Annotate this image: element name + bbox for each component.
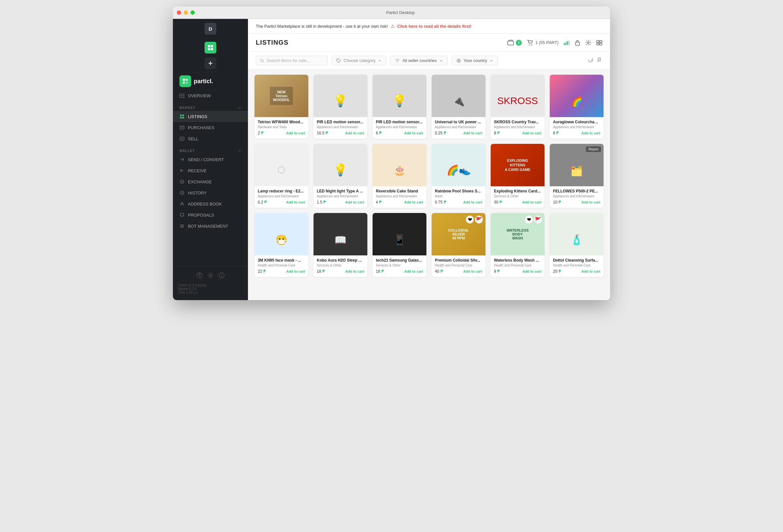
- window-title: Particl Desktop: [195, 10, 606, 15]
- product-card-13[interactable]: 😷 3M KN95 face mask - ... Health and Per…: [254, 213, 308, 277]
- product-card-1[interactable]: NEWTetrionWOODFIL Tetrion WFW400 Wood...…: [254, 75, 308, 138]
- add-to-cart-button[interactable]: Add to cart: [345, 200, 364, 204]
- sidebar-item-bot-management[interactable]: BOT MANAGEMENT: [173, 220, 248, 231]
- svg-point-23: [529, 44, 530, 45]
- info-icon-button[interactable]: [219, 272, 224, 280]
- grid-icon[interactable]: [596, 40, 602, 45]
- product-grid: NEWTetrionWOODFIL Tetrion WFW400 Wood...…: [248, 69, 610, 300]
- maximize-button[interactable]: [191, 10, 195, 15]
- product-category: Appliances and Kitchenware: [376, 194, 423, 198]
- search-icon: [260, 58, 264, 63]
- add-to-cart-button[interactable]: Add to cart: [463, 200, 482, 204]
- filters-bar: Choose category All seller countries You…: [248, 52, 610, 69]
- sidebar-item-receive[interactable]: RECEIVE: [173, 165, 248, 176]
- gear-icon[interactable]: [585, 40, 591, 46]
- sidebar-item-sell[interactable]: SELL: [173, 133, 248, 144]
- add-to-cart-button[interactable]: Add to cart: [404, 200, 423, 204]
- stack-action[interactable]: 1: [507, 40, 522, 46]
- sidebar-item-overview[interactable]: LISTINGS OVERVIEW: [173, 90, 248, 101]
- listings-label: LISTINGS: [188, 114, 207, 119]
- logo-text: particl.: [194, 78, 213, 85]
- add-to-cart-button[interactable]: Add to cart: [345, 131, 364, 135]
- your-country-filter[interactable]: Your country: [451, 56, 498, 65]
- category-filter[interactable]: Choose category: [332, 56, 386, 65]
- product-card-12[interactable]: 🗂️ Report FELLOWES P500-2 PE... Applianc…: [550, 144, 603, 208]
- product-card-15[interactable]: 📱 tech21 Samsung Galax... Services & Oth…: [373, 213, 427, 277]
- product-info: PIR LED motion sensor... Appliances and …: [314, 117, 367, 138]
- market-icon-button[interactable]: [205, 42, 216, 54]
- wishlist-heart-button[interactable]: ❤: [466, 216, 474, 223]
- svg-rect-10: [180, 117, 182, 118]
- add-to-cart-button[interactable]: Add to cart: [463, 270, 482, 273]
- sidebar-item-history[interactable]: HISTORY: [173, 187, 248, 198]
- product-category: Adult: [435, 194, 482, 198]
- product-card-18[interactable]: 🧴 Dettol Cleansing Surfa... Health and P…: [550, 213, 603, 277]
- product-card-8[interactable]: 💡 LED Night light Type A ... Appliances …: [314, 144, 367, 208]
- add-to-cart-button[interactable]: Add to cart: [286, 270, 305, 273]
- product-card-6[interactable]: 🌈 Auragloww Colourchange... Appliances a…: [550, 75, 603, 138]
- product-card-3[interactable]: 💡 PIR LED motion sensor... Appliances an…: [373, 75, 427, 138]
- product-card-10[interactable]: 🌈👟 Rainbow Pool Shoes S... Adult 0.75 ₱ …: [432, 144, 486, 208]
- product-image: 📖: [314, 213, 367, 255]
- cart-action[interactable]: 1 (55 PART): [527, 40, 559, 46]
- minimize-button[interactable]: [184, 10, 188, 15]
- filter-icon: [395, 58, 400, 63]
- product-card-14[interactable]: 📖 Kobo Aura H2O Sleep ... Services & Oth…: [314, 213, 367, 277]
- help-icon-button[interactable]: [196, 272, 202, 280]
- add-to-cart-button[interactable]: Add to cart: [286, 200, 305, 204]
- price-symbol: ₱: [261, 131, 263, 135]
- product-card-2[interactable]: 💡 PIR LED motion sensor... Appliances an…: [314, 75, 367, 138]
- product-card-9[interactable]: 🎂 Reversible Cake Stand Appliances and K…: [373, 144, 427, 208]
- sidebar-item-address-book[interactable]: ADDRESS BOOK: [173, 198, 248, 210]
- product-info: SKROSS Country Trav... Appliances and Ki…: [491, 117, 544, 138]
- product-name: Rainbow Pool Shoes S...: [435, 189, 482, 193]
- add-to-cart-button[interactable]: Add to cart: [522, 200, 541, 204]
- add-to-cart-button[interactable]: Add to cart: [345, 270, 364, 273]
- seller-country-filter[interactable]: All seller countries: [390, 56, 448, 65]
- sidebar-item-listings[interactable]: LISTINGS: [173, 111, 248, 122]
- svg-rect-0: [208, 45, 210, 47]
- product-info: Dettol Cleansing Surfa... Health and Per…: [550, 255, 603, 277]
- product-card-5[interactable]: SKROSS SKROSS Country Trav... Appliances…: [491, 75, 544, 138]
- sidebar-item-exchange[interactable]: EXCHANGE: [173, 176, 248, 187]
- add-to-cart-button[interactable]: Add to cart: [522, 131, 541, 135]
- add-to-cart-button[interactable]: Add to cart: [582, 200, 600, 204]
- sidebar-item-purchases[interactable]: PURCHASES: [173, 122, 248, 133]
- product-card-17[interactable]: WATERLESSBODYWASH ❤ 🚩 Waterless Body Was…: [491, 213, 544, 277]
- sidebar-item-send-convert[interactable]: SEND / CONVERT: [173, 154, 248, 165]
- search-input[interactable]: [267, 58, 323, 63]
- price-symbol: ₱: [323, 200, 326, 205]
- product-price: 1.5 ₱: [317, 200, 326, 205]
- product-image: 💡: [314, 144, 367, 186]
- add-to-cart-button[interactable]: Add to cart: [582, 270, 600, 273]
- listings-icon: [180, 114, 185, 119]
- wishlist-flag-button[interactable]: 🚩: [534, 216, 542, 223]
- product-footer: 1.5 ₱ Add to cart: [317, 200, 364, 205]
- refresh-button[interactable]: [588, 57, 593, 64]
- exchange-label: EXCHANGE: [188, 179, 212, 184]
- add-to-cart-button[interactable]: Add to cart: [404, 131, 423, 135]
- add-button[interactable]: [205, 57, 216, 69]
- add-to-cart-button[interactable]: Add to cart: [582, 131, 600, 135]
- bot-management-label: BOT MANAGEMENT: [188, 224, 228, 229]
- product-info: Reversible Cake Stand Appliances and Kit…: [373, 186, 427, 208]
- close-button[interactable]: [177, 10, 181, 15]
- product-card-4[interactable]: 🔌 Universal to UK power ... Appliances a…: [432, 75, 486, 138]
- wishlist-flag-button[interactable]: 🚩: [475, 216, 483, 223]
- lock-icon[interactable]: [575, 40, 580, 46]
- product-card-7[interactable]: ○ Lamp reducer ring - E2... Appliances a…: [254, 144, 308, 208]
- wishlist-heart-button[interactable]: ❤: [525, 216, 533, 223]
- settings-icon-button[interactable]: [208, 272, 213, 280]
- add-to-cart-button[interactable]: Add to cart: [286, 131, 305, 135]
- product-card-16[interactable]: COLLOIDALSILVER40 PPM ❤ 🚩 Premium Colloi…: [432, 213, 486, 277]
- warning-link[interactable]: Click here to read all the details first…: [397, 24, 472, 29]
- content-header: LISTINGS 1 1 (55 PART): [248, 34, 610, 52]
- sidebar-item-proposals[interactable]: PROPOSALS: [173, 210, 248, 220]
- add-to-cart-button[interactable]: Add to cart: [522, 270, 541, 273]
- avatar[interactable]: D: [205, 23, 216, 35]
- add-to-cart-button[interactable]: Add to cart: [404, 270, 423, 273]
- flag-button[interactable]: [597, 57, 602, 64]
- add-to-cart-button[interactable]: Add to cart: [463, 131, 482, 135]
- search-box[interactable]: [256, 56, 327, 65]
- product-card-11[interactable]: EXPLODINGKITTENSA CARD GAME Exploding Ki…: [491, 144, 544, 208]
